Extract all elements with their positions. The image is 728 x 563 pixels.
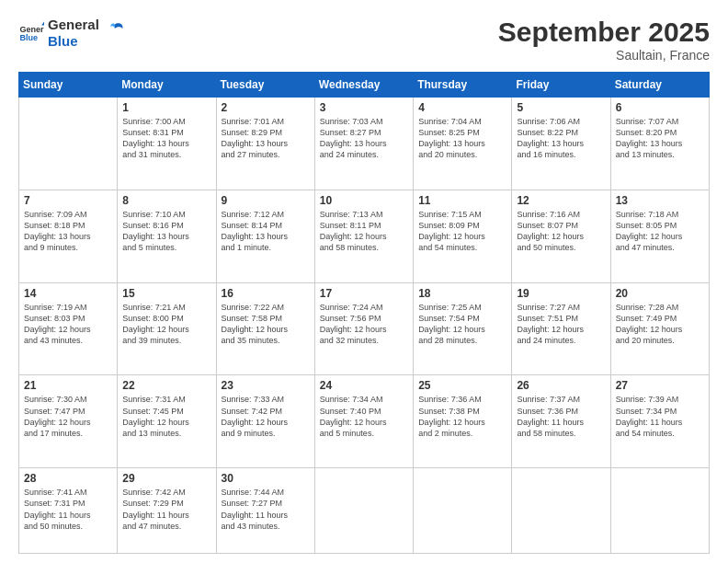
logo: General Blue General Blue bbox=[18, 17, 125, 50]
day-info: Sunrise: 7:22 AM Sunset: 7:58 PM Dayligh… bbox=[222, 302, 310, 347]
calendar-cell: 28Sunrise: 7:41 AM Sunset: 7:31 PM Dayli… bbox=[19, 468, 118, 554]
calendar-header-thursday: Thursday bbox=[414, 73, 512, 98]
day-info: Sunrise: 7:09 AM Sunset: 8:18 PM Dayligh… bbox=[24, 209, 112, 254]
day-info: Sunrise: 7:16 AM Sunset: 8:07 PM Dayligh… bbox=[517, 209, 605, 254]
calendar-cell: 24Sunrise: 7:34 AM Sunset: 7:40 PM Dayli… bbox=[314, 375, 413, 468]
day-number: 29 bbox=[122, 472, 210, 485]
day-number: 2 bbox=[222, 101, 310, 114]
calendar-cell: 13Sunrise: 7:18 AM Sunset: 8:05 PM Dayli… bbox=[610, 190, 709, 282]
calendar-cell: 7Sunrise: 7:09 AM Sunset: 8:18 PM Daylig… bbox=[19, 190, 118, 282]
calendar-header-wednesday: Wednesday bbox=[314, 73, 413, 98]
day-number: 11 bbox=[418, 194, 506, 207]
calendar-cell: 18Sunrise: 7:25 AM Sunset: 7:54 PM Dayli… bbox=[414, 282, 512, 375]
calendar-cell: 10Sunrise: 7:13 AM Sunset: 8:11 PM Dayli… bbox=[314, 190, 413, 282]
day-info: Sunrise: 7:19 AM Sunset: 8:03 PM Dayligh… bbox=[24, 302, 112, 347]
day-number: 18 bbox=[418, 287, 506, 300]
calendar-cell bbox=[314, 468, 413, 554]
logo-blue: Blue bbox=[48, 33, 99, 50]
day-number: 30 bbox=[222, 472, 310, 485]
logo-icon: General Blue bbox=[18, 20, 44, 46]
day-number: 5 bbox=[517, 101, 605, 114]
calendar-week-row: 1Sunrise: 7:00 AM Sunset: 8:31 PM Daylig… bbox=[19, 98, 710, 190]
day-number: 27 bbox=[616, 379, 704, 392]
day-info: Sunrise: 7:37 AM Sunset: 7:36 PM Dayligh… bbox=[517, 394, 605, 439]
day-info: Sunrise: 7:42 AM Sunset: 7:29 PM Dayligh… bbox=[122, 487, 210, 532]
day-number: 6 bbox=[616, 101, 704, 114]
day-number: 25 bbox=[418, 379, 506, 392]
logo-general: General bbox=[48, 17, 99, 33]
day-number: 15 bbox=[122, 287, 210, 300]
calendar-cell bbox=[414, 468, 512, 554]
calendar-cell: 15Sunrise: 7:21 AM Sunset: 8:00 PM Dayli… bbox=[118, 282, 216, 375]
svg-text:General: General bbox=[19, 25, 44, 34]
calendar-cell: 26Sunrise: 7:37 AM Sunset: 7:36 PM Dayli… bbox=[512, 375, 610, 468]
calendar-cell: 9Sunrise: 7:12 AM Sunset: 8:14 PM Daylig… bbox=[216, 190, 314, 282]
day-info: Sunrise: 7:25 AM Sunset: 7:54 PM Dayligh… bbox=[418, 302, 506, 347]
title-block: September 2025 Saultain, France bbox=[498, 17, 710, 63]
day-info: Sunrise: 7:06 AM Sunset: 8:22 PM Dayligh… bbox=[517, 116, 605, 161]
calendar-header-saturday: Saturday bbox=[610, 73, 709, 98]
calendar-header-tuesday: Tuesday bbox=[216, 73, 314, 98]
calendar-cell: 2Sunrise: 7:01 AM Sunset: 8:29 PM Daylig… bbox=[216, 98, 314, 190]
logo-bird-icon bbox=[105, 19, 125, 40]
day-number: 10 bbox=[320, 194, 408, 207]
calendar-cell: 16Sunrise: 7:22 AM Sunset: 7:58 PM Dayli… bbox=[216, 282, 314, 375]
day-info: Sunrise: 7:15 AM Sunset: 8:09 PM Dayligh… bbox=[418, 209, 506, 254]
day-number: 1 bbox=[122, 101, 210, 114]
day-number: 4 bbox=[418, 101, 506, 114]
day-number: 7 bbox=[24, 194, 112, 207]
day-number: 22 bbox=[122, 379, 210, 392]
calendar-cell: 6Sunrise: 7:07 AM Sunset: 8:20 PM Daylig… bbox=[610, 98, 709, 190]
day-number: 12 bbox=[517, 194, 605, 207]
calendar-week-row: 28Sunrise: 7:41 AM Sunset: 7:31 PM Dayli… bbox=[19, 468, 710, 554]
day-number: 21 bbox=[24, 379, 112, 392]
day-info: Sunrise: 7:28 AM Sunset: 7:49 PM Dayligh… bbox=[616, 302, 704, 347]
day-info: Sunrise: 7:33 AM Sunset: 7:42 PM Dayligh… bbox=[222, 394, 310, 439]
day-number: 9 bbox=[222, 194, 310, 207]
calendar-week-row: 7Sunrise: 7:09 AM Sunset: 8:18 PM Daylig… bbox=[19, 190, 710, 282]
calendar-cell: 22Sunrise: 7:31 AM Sunset: 7:45 PM Dayli… bbox=[118, 375, 216, 468]
day-info: Sunrise: 7:03 AM Sunset: 8:27 PM Dayligh… bbox=[320, 116, 408, 161]
calendar-table: SundayMondayTuesdayWednesdayThursdayFrid… bbox=[18, 72, 710, 554]
day-info: Sunrise: 7:36 AM Sunset: 7:38 PM Dayligh… bbox=[418, 394, 506, 439]
calendar-cell: 30Sunrise: 7:44 AM Sunset: 7:27 PM Dayli… bbox=[216, 468, 314, 554]
calendar-cell: 19Sunrise: 7:27 AM Sunset: 7:51 PM Dayli… bbox=[512, 282, 610, 375]
calendar-cell bbox=[610, 468, 709, 554]
calendar-cell: 25Sunrise: 7:36 AM Sunset: 7:38 PM Dayli… bbox=[414, 375, 512, 468]
day-info: Sunrise: 7:21 AM Sunset: 8:00 PM Dayligh… bbox=[122, 302, 210, 347]
day-number: 16 bbox=[222, 287, 310, 300]
day-info: Sunrise: 7:12 AM Sunset: 8:14 PM Dayligh… bbox=[222, 209, 310, 254]
calendar-week-row: 14Sunrise: 7:19 AM Sunset: 8:03 PM Dayli… bbox=[19, 282, 710, 375]
calendar-week-row: 21Sunrise: 7:30 AM Sunset: 7:47 PM Dayli… bbox=[19, 375, 710, 468]
svg-text:Blue: Blue bbox=[19, 33, 38, 42]
day-number: 3 bbox=[320, 101, 408, 114]
subtitle: Saultain, France bbox=[498, 48, 710, 63]
day-number: 19 bbox=[517, 287, 605, 300]
calendar-header-monday: Monday bbox=[118, 73, 216, 98]
calendar-cell: 17Sunrise: 7:24 AM Sunset: 7:56 PM Dayli… bbox=[314, 282, 413, 375]
day-info: Sunrise: 7:44 AM Sunset: 7:27 PM Dayligh… bbox=[222, 487, 310, 532]
day-number: 24 bbox=[320, 379, 408, 392]
calendar-cell bbox=[512, 468, 610, 554]
day-info: Sunrise: 7:01 AM Sunset: 8:29 PM Dayligh… bbox=[222, 116, 310, 161]
calendar-cell: 14Sunrise: 7:19 AM Sunset: 8:03 PM Dayli… bbox=[19, 282, 118, 375]
calendar-cell: 20Sunrise: 7:28 AM Sunset: 7:49 PM Dayli… bbox=[610, 282, 709, 375]
day-info: Sunrise: 7:13 AM Sunset: 8:11 PM Dayligh… bbox=[320, 209, 408, 254]
day-info: Sunrise: 7:24 AM Sunset: 7:56 PM Dayligh… bbox=[320, 302, 408, 347]
calendar-cell: 29Sunrise: 7:42 AM Sunset: 7:29 PM Dayli… bbox=[118, 468, 216, 554]
calendar-cell: 5Sunrise: 7:06 AM Sunset: 8:22 PM Daylig… bbox=[512, 98, 610, 190]
calendar-cell: 1Sunrise: 7:00 AM Sunset: 8:31 PM Daylig… bbox=[118, 98, 216, 190]
day-info: Sunrise: 7:31 AM Sunset: 7:45 PM Dayligh… bbox=[122, 394, 210, 439]
calendar-cell: 8Sunrise: 7:10 AM Sunset: 8:16 PM Daylig… bbox=[118, 190, 216, 282]
day-number: 13 bbox=[616, 194, 704, 207]
day-number: 28 bbox=[24, 472, 112, 485]
calendar-cell: 12Sunrise: 7:16 AM Sunset: 8:07 PM Dayli… bbox=[512, 190, 610, 282]
calendar-cell: 3Sunrise: 7:03 AM Sunset: 8:27 PM Daylig… bbox=[314, 98, 413, 190]
day-number: 26 bbox=[517, 379, 605, 392]
day-info: Sunrise: 7:10 AM Sunset: 8:16 PM Dayligh… bbox=[122, 209, 210, 254]
day-info: Sunrise: 7:18 AM Sunset: 8:05 PM Dayligh… bbox=[616, 209, 704, 254]
day-info: Sunrise: 7:00 AM Sunset: 8:31 PM Dayligh… bbox=[122, 116, 210, 161]
calendar-cell: 23Sunrise: 7:33 AM Sunset: 7:42 PM Dayli… bbox=[216, 375, 314, 468]
day-info: Sunrise: 7:27 AM Sunset: 7:51 PM Dayligh… bbox=[517, 302, 605, 347]
day-info: Sunrise: 7:39 AM Sunset: 7:34 PM Dayligh… bbox=[616, 394, 704, 439]
